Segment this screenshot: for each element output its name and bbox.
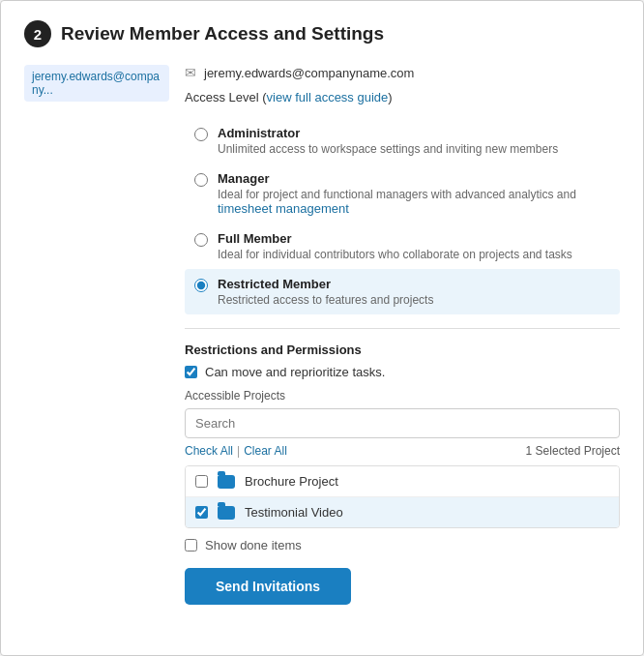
email-display: ✉ jeremy.edwards@companyname.com bbox=[185, 65, 620, 80]
radio-option-manager[interactable]: Manager Ideal for project and functional… bbox=[185, 164, 620, 224]
restrictions-section-title: Restrictions and Permissions bbox=[185, 343, 620, 357]
can-move-checkbox[interactable] bbox=[185, 366, 197, 378]
project-name-testimonial: Testimonial Video bbox=[245, 505, 343, 520]
send-invitations-button[interactable]: Send Invitations bbox=[185, 568, 351, 605]
header: 2 Review Member Access and Settings bbox=[24, 20, 620, 47]
can-move-row: Can move and reprioritize tasks. bbox=[185, 365, 620, 379]
right-panel: ✉ jeremy.edwards@companyname.com Access … bbox=[185, 65, 620, 605]
radio-full-member-label: Full Member Ideal for individual contrib… bbox=[218, 231, 572, 261]
filter-links: Check All | Clear All bbox=[185, 444, 287, 458]
radio-administrator-label: Administrator Unlimited access to worksp… bbox=[218, 126, 558, 156]
radio-options: Administrator Unlimited access to worksp… bbox=[185, 118, 620, 314]
project-list: Brochure Project Testimonial Video bbox=[185, 465, 620, 528]
folder-icon-testimonial bbox=[218, 506, 235, 520]
page-title: Review Member Access and Settings bbox=[61, 23, 384, 45]
project-item-testimonial[interactable]: Testimonial Video bbox=[186, 497, 619, 527]
clear-all-link[interactable]: Clear All bbox=[244, 444, 287, 458]
show-done-row: Show done items bbox=[185, 538, 620, 552]
access-level-row: Access Level (view full access guide) bbox=[185, 90, 620, 104]
project-name-brochure: Brochure Project bbox=[245, 474, 338, 489]
folder-icon-brochure bbox=[218, 475, 235, 489]
selected-count: 1 Selected Project bbox=[526, 444, 620, 458]
email-address: jeremy.edwards@companyname.com bbox=[204, 66, 414, 80]
divider bbox=[185, 328, 620, 329]
radio-administrator[interactable] bbox=[194, 128, 208, 141]
search-input[interactable] bbox=[185, 408, 620, 438]
radio-manager-label: Manager Ideal for project and functional… bbox=[218, 171, 610, 216]
filter-separator: | bbox=[237, 444, 240, 458]
project-checkbox-testimonial[interactable] bbox=[195, 506, 208, 519]
access-level-label: Access Level ( bbox=[185, 90, 267, 104]
filter-row: Check All | Clear All 1 Selected Project bbox=[185, 444, 620, 458]
body-layout: jeremy.edwards@company... ✉ jeremy.edwar… bbox=[24, 65, 620, 605]
can-move-label: Can move and reprioritize tasks. bbox=[205, 365, 385, 379]
radio-option-restricted-member[interactable]: Restricted Member Restricted access to f… bbox=[185, 269, 620, 314]
radio-option-administrator[interactable]: Administrator Unlimited access to worksp… bbox=[185, 118, 620, 164]
radio-full-member[interactable] bbox=[194, 233, 208, 247]
radio-restricted-member-label: Restricted Member Restricted access to f… bbox=[218, 277, 433, 307]
radio-manager[interactable] bbox=[194, 173, 208, 187]
radio-restricted-member[interactable] bbox=[194, 279, 208, 292]
email-tag: jeremy.edwards@company... bbox=[24, 65, 169, 102]
envelope-icon: ✉ bbox=[185, 65, 196, 80]
check-all-link[interactable]: Check All bbox=[185, 444, 233, 458]
access-guide-link[interactable]: view full access guide bbox=[267, 90, 389, 104]
modal: 2 Review Member Access and Settings jere… bbox=[0, 0, 644, 656]
left-panel: jeremy.edwards@company... bbox=[24, 65, 169, 605]
project-checkbox-brochure[interactable] bbox=[195, 475, 208, 488]
project-item-brochure[interactable]: Brochure Project bbox=[186, 466, 619, 497]
timesheet-link[interactable]: timesheet management bbox=[218, 201, 349, 216]
show-done-label: Show done items bbox=[205, 538, 302, 552]
radio-option-full-member[interactable]: Full Member Ideal for individual contrib… bbox=[185, 224, 620, 269]
show-done-checkbox[interactable] bbox=[185, 539, 197, 552]
accessible-projects-label: Accessible Projects bbox=[185, 389, 620, 403]
step-number: 2 bbox=[24, 20, 51, 47]
